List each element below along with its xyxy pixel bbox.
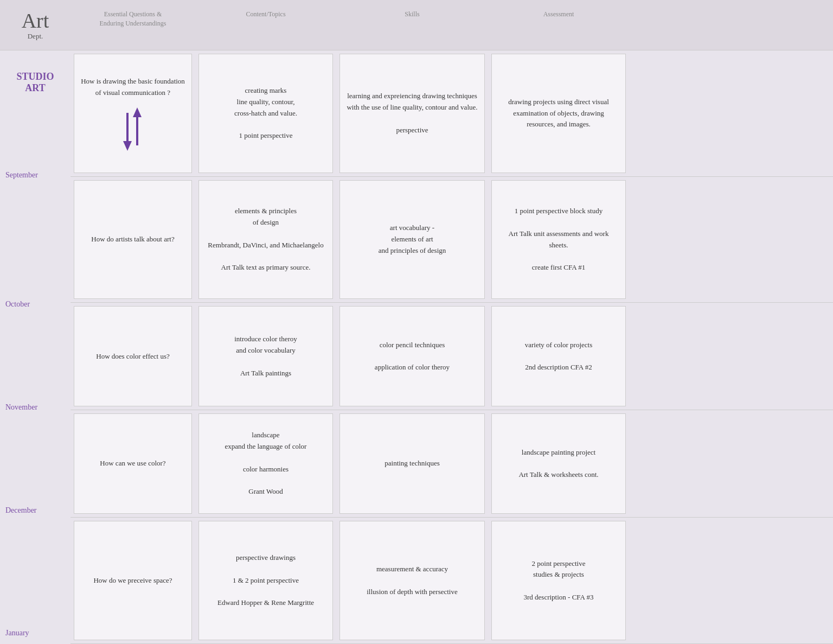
grid-row-2: How do artists talk about art? elements …	[71, 177, 833, 303]
cell-5-eq: How do we preceive space?	[74, 521, 192, 640]
cell-3-assessment: variety of color projects 2nd descriptio…	[491, 306, 626, 406]
grid-row-5: How do we preceive space? perspective dr…	[71, 518, 833, 644]
col-header-assessment: Assessment	[488, 5, 629, 44]
left-labels: STUDIO ART September October November De…	[0, 50, 71, 644]
dept-sub-text: Dept.	[7, 33, 64, 40]
cell-1-eq-text: How is drawing the basic foundation of v…	[81, 76, 185, 99]
cell-4-assessment: landscape painting project Art Talk & wo…	[491, 413, 626, 514]
col-header-skills: Skills	[336, 5, 488, 44]
grid-row-3: How does color effect us? introduce colo…	[71, 303, 833, 410]
cell-1-eq: How is drawing the basic foundation of v…	[74, 54, 192, 173]
label-september: September	[0, 115, 71, 186]
cell-4-skills: painting techniques	[339, 413, 485, 514]
label-studio: STUDIO ART	[0, 50, 71, 115]
cell-5-assessment: 2 point perspective studies & projects 3…	[491, 521, 626, 640]
cell-4-content: landscape expand the language of color c…	[198, 413, 333, 514]
col-header-eq: Essential Questions & Enduring Understan…	[71, 5, 195, 44]
cell-2-assessment: 1 point perspective block study Art Talk…	[491, 180, 626, 299]
cell-1-assessment: drawing projects using direct visual exa…	[491, 54, 626, 173]
cell-1-skills: learning and expreiencing drawing techni…	[339, 54, 485, 173]
grid-row-4: How can we use color? landscape expand t…	[71, 410, 833, 518]
page: Art Dept. Essential Questions & Enduring…	[0, 0, 833, 644]
main-grid: How is drawing the basic foundation of v…	[71, 50, 833, 644]
header-row: Art Dept. Essential Questions & Enduring…	[0, 0, 833, 50]
svg-marker-1	[123, 141, 132, 151]
cell-2-eq: How do artists talk about art?	[74, 180, 192, 299]
col-header-content: Content/Topics	[195, 5, 336, 44]
label-january: January	[0, 521, 71, 644]
cell-3-content: introduce color theroy and color vocabul…	[198, 306, 333, 406]
grid-row-1: How is drawing the basic foundation of v…	[71, 50, 833, 177]
content-area: STUDIO ART September October November De…	[0, 50, 833, 644]
label-october: October	[0, 186, 71, 315]
dept-title: Art Dept.	[0, 5, 71, 44]
arrows-icon	[117, 107, 149, 151]
cell-3-skills: color pencil techniques application of c…	[339, 306, 485, 406]
cell-1-content: creating marks line quality, contour, cr…	[198, 54, 333, 173]
label-december: December	[0, 418, 71, 521]
svg-marker-3	[133, 107, 142, 117]
cell-5-content: perspective drawings 1 & 2 point perspec…	[198, 521, 333, 640]
dept-title-text: Art	[22, 9, 49, 32]
label-november: November	[0, 315, 71, 418]
cell-2-skills: art vocabulary - elements of art and pri…	[339, 180, 485, 299]
cell-4-eq: How can we use color?	[74, 413, 192, 514]
cell-2-content: elements & principles of design Rembrand…	[198, 180, 333, 299]
cell-5-skills: measurement & accuracy illusion of depth…	[339, 521, 485, 640]
cell-3-eq: How does color effect us?	[74, 306, 192, 406]
